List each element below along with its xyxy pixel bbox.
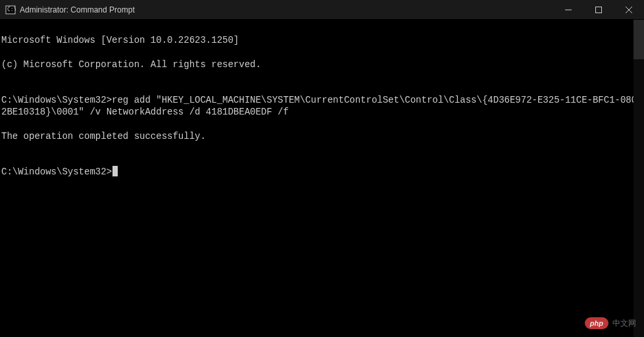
watermark-badge: php: [585, 317, 608, 329]
close-button[interactable]: [614, 0, 644, 19]
terminal-line: (c) Microsoft Corporation. All rights re…: [1, 59, 643, 70]
window-controls: [553, 0, 644, 19]
watermark-text: 中文网: [612, 318, 636, 329]
cursor: [112, 166, 118, 176]
window-titlebar: C:\ Administrator: Command Prompt: [0, 0, 644, 20]
watermark: php 中文网: [585, 317, 636, 329]
terminal-output[interactable]: Microsoft Windows [Version 10.0.22623.12…: [0, 20, 644, 337]
scrollbar-thumb[interactable]: [633, 20, 644, 59]
svg-rect-3: [596, 7, 602, 13]
prompt: C:\Windows\System32>: [1, 166, 112, 178]
titlebar-left: C:\ Administrator: Command Prompt: [5, 5, 135, 15]
terminal-prompt-line: C:\Windows\System32>: [1, 166, 643, 178]
scrollbar[interactable]: [633, 20, 644, 337]
prompt: C:\Windows\System32>: [1, 95, 112, 105]
window-title: Administrator: Command Prompt: [20, 5, 135, 14]
cmd-icon: C:\: [5, 5, 16, 15]
maximize-button[interactable]: [583, 0, 614, 19]
terminal-result: The operation completed successfully.: [1, 130, 643, 142]
terminal-line: Microsoft Windows [Version 10.0.22623.12…: [1, 34, 643, 46]
svg-text:C:\: C:\: [7, 7, 16, 13]
minimize-button[interactable]: [553, 0, 583, 19]
terminal-command-line: C:\Windows\System32>reg add "HKEY_LOCAL_…: [1, 94, 643, 118]
